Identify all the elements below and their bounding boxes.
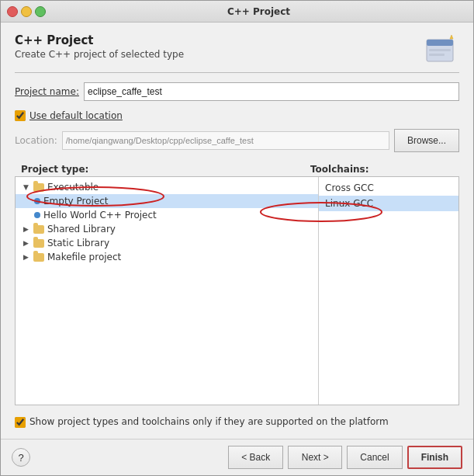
platform-checkbox[interactable] <box>15 417 26 428</box>
page-title: C++ Project <box>15 33 459 47</box>
minimize-button[interactable] <box>21 6 32 17</box>
header-area: C++ Project Create C++ project of select… <box>15 33 459 60</box>
browse-button[interactable]: Browse... <box>394 129 459 152</box>
toolchains-header: Toolchains: <box>304 163 459 175</box>
toolchains-panel[interactable]: Cross GCC Linux GCC <box>319 177 458 405</box>
project-name-row: Project name: <box>15 82 459 101</box>
toolchain-cross-gcc[interactable]: Cross GCC <box>319 180 458 196</box>
location-label: Location: <box>15 135 57 146</box>
svg-rect-1 <box>427 40 453 46</box>
finish-button[interactable]: Finish <box>407 446 462 469</box>
use-default-location-label: Use default location <box>29 110 123 121</box>
wizard-icon-area <box>424 33 459 71</box>
location-row: Location: Browse... <box>15 129 459 152</box>
location-input <box>62 131 389 150</box>
window-controls <box>7 6 46 17</box>
use-default-location-row: Use default location <box>15 110 459 121</box>
next-button[interactable]: Next > <box>288 446 342 469</box>
help-button[interactable]: ? <box>12 448 30 467</box>
folder-icon-shared <box>33 225 44 234</box>
project-name-label: Project name: <box>15 86 79 97</box>
bottom-buttons: < Back Next > Cancel Finish <box>228 446 462 469</box>
use-default-location-checkbox[interactable] <box>15 110 26 121</box>
folder-icon-executable <box>33 183 44 192</box>
bullet-icon-hello <box>34 212 40 218</box>
svg-rect-2 <box>429 49 451 51</box>
bullet-icon-empty <box>34 198 40 204</box>
main-window: C++ Project C++ Project Create C++ proje… <box>0 0 474 476</box>
project-type-panel[interactable]: ▼ Executable Empty Project Hello World C… <box>16 177 319 405</box>
wizard-icon <box>424 33 459 69</box>
bottom-bar: ? < Back Next > Cancel Finish <box>1 439 473 475</box>
cancel-button[interactable]: Cancel <box>347 446 402 469</box>
folder-icon-static <box>33 239 44 248</box>
project-name-input[interactable] <box>84 82 459 101</box>
tree-item-shared-library[interactable]: ▶ Shared Library <box>16 222 318 236</box>
toolchain-linux-gcc[interactable]: Linux GCC <box>319 196 458 211</box>
tree-item-makefile[interactable]: ▶ Makefile project <box>16 250 318 264</box>
project-type-header: Project type: <box>15 163 304 175</box>
arrow-right-icon-makefile: ▶ <box>23 253 29 261</box>
tree-item-executable[interactable]: ▼ Executable <box>16 180 318 194</box>
panel-headers: Project type: Toolchains: <box>15 163 459 175</box>
arrow-right-icon-static: ▶ <box>23 239 29 247</box>
tree-item-empty-project[interactable]: Empty Project <box>16 194 318 208</box>
platform-label: Show project types and toolchains only i… <box>29 416 389 427</box>
tree-item-static-library[interactable]: ▶ Static Library <box>16 236 318 250</box>
svg-rect-3 <box>429 54 445 56</box>
window-title: C++ Project <box>50 6 467 17</box>
page-subtitle: Create C++ project of selected type <box>15 49 459 60</box>
panels-container: ▼ Executable Empty Project Hello World C… <box>15 176 459 405</box>
dialog-content: C++ Project Create C++ project of select… <box>1 23 473 439</box>
arrow-down-icon: ▼ <box>23 183 29 191</box>
title-bar: C++ Project <box>1 1 473 23</box>
close-button[interactable] <box>7 6 18 17</box>
back-button[interactable]: < Back <box>228 446 283 469</box>
separator-1 <box>15 72 459 73</box>
svg-marker-4 <box>450 35 453 39</box>
maximize-button[interactable] <box>35 6 46 17</box>
folder-icon-makefile <box>33 253 44 262</box>
arrow-right-icon-shared: ▶ <box>23 225 29 233</box>
tree-item-hello-world[interactable]: Hello World C++ Project <box>16 208 318 222</box>
platform-checkbox-row: Show project types and toolchains only i… <box>15 416 459 428</box>
